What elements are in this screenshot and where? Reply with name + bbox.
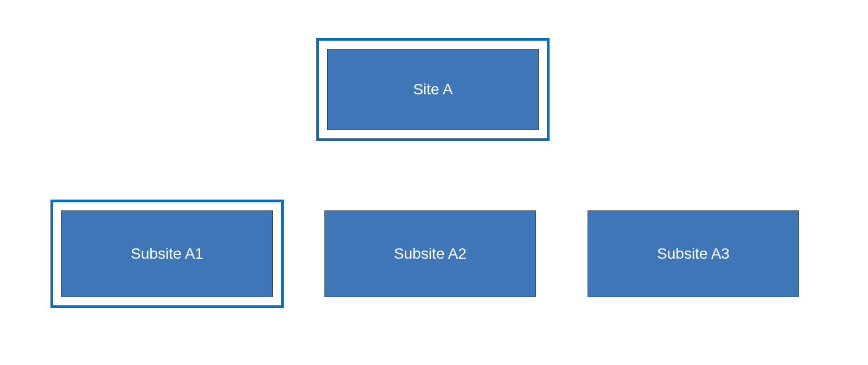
node-label: Subsite A2 [394, 245, 467, 262]
node-label: Site A [413, 81, 452, 98]
node-inner: Subsite A3 [588, 210, 799, 297]
node-label: Subsite A1 [131, 245, 203, 262]
node-subsite-a2: Subsite A2 [324, 210, 536, 297]
node-inner: Subsite A1 [61, 210, 273, 297]
node-inner: Site A [327, 49, 539, 130]
node-subsite-a1: Subsite A1 [61, 210, 273, 297]
node-subsite-a3: Subsite A3 [588, 210, 799, 297]
node-inner: Subsite A2 [324, 210, 536, 297]
node-label: Subsite A3 [657, 245, 730, 262]
node-site-a: Site A [327, 49, 539, 130]
